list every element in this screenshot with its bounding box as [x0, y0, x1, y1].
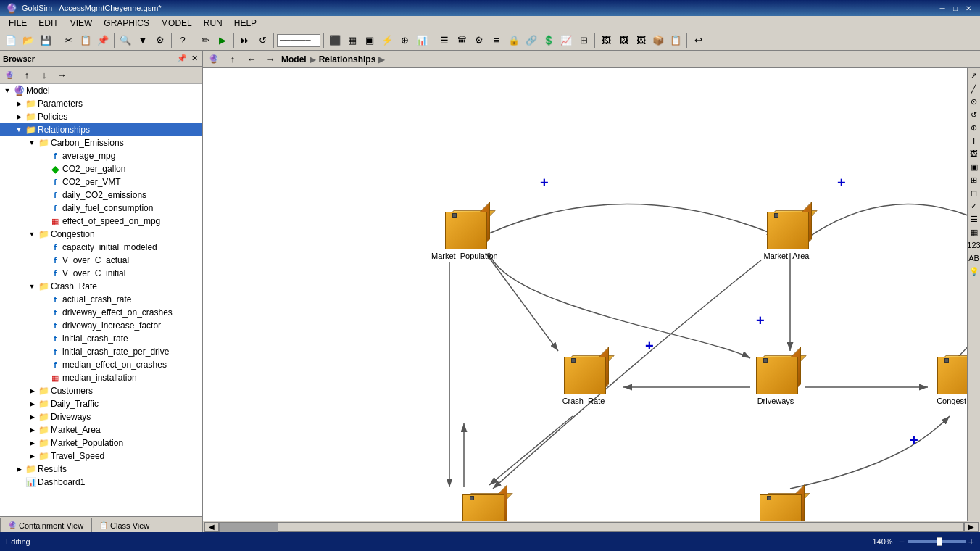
menu-run[interactable]: RUN	[198, 17, 228, 30]
tree-item-daily-co2[interactable]: ▶ f daily_CO2_emissions	[0, 188, 202, 202]
tree-item-drv-increase[interactable]: ▶ f driveway_increase_factor	[0, 319, 202, 332]
tb-icon21[interactable]: ↩	[690, 33, 706, 49]
tree-expand-carbon[interactable]: ▼	[26, 137, 38, 149]
close-button[interactable]: ✕	[963, 3, 974, 13]
tree-item-effect-speed[interactable]: ▶ ▦ effect_of_speed_on_mpg	[0, 215, 202, 228]
tree-item-market-area[interactable]: ▶ 📁 Market_Area	[0, 423, 202, 436]
tb-icon10[interactable]: ≡	[489, 33, 504, 49]
browser-tb4[interactable]: →	[54, 67, 70, 83]
tree-item-dashboard1[interactable]: ▶ 📊 Dashboard1	[0, 476, 202, 489]
tree-expand-model[interactable]: ▼	[1, 85, 13, 96]
settings-button[interactable]: ⚙	[152, 33, 168, 49]
tree-expand-driveways[interactable]: ▶	[26, 411, 38, 423]
breadcrumb-fwd[interactable]: →	[262, 51, 278, 67]
tree-item-co2-gallon[interactable]: ▶ ◆ CO2_per_gallon	[0, 162, 202, 175]
tree-item-avg-mpg[interactable]: ▶ f average_mpg	[0, 149, 202, 162]
breadcrumb-model[interactable]: Model	[281, 54, 307, 65]
tree-item-median-install[interactable]: ▶ ▦ median_installation	[0, 371, 202, 384]
browser-tb1[interactable]: 🔮	[1, 67, 17, 83]
rt-btn-3[interactable]: ⊙	[968, 96, 980, 107]
rt-btn-10[interactable]: ◻	[968, 187, 980, 199]
rt-btn-14[interactable]: 123	[968, 239, 980, 251]
tb-icon20[interactable]: 📋	[668, 33, 684, 49]
rt-btn-4[interactable]: ↺	[968, 109, 980, 120]
node-driveways[interactable]: Driveways	[750, 351, 801, 405]
rt-btn-11[interactable]: ✓	[968, 200, 980, 212]
breadcrumb-home[interactable]: 🔮	[206, 51, 222, 67]
tree-item-actual-crash[interactable]: ▶ f actual_crash_rate	[0, 293, 202, 306]
tree-expand-rels[interactable]: ▼	[13, 124, 25, 136]
canvas-area[interactable]: Market_Population Market_Area	[203, 68, 967, 521]
tree-item-customers-folder[interactable]: ▶ 📁 Customers	[0, 384, 202, 397]
tb-icon8[interactable]: 🏛	[454, 33, 470, 49]
tree-item-driveways-folder[interactable]: ▶ 📁 Driveways	[0, 410, 202, 423]
filter-button[interactable]: ▼	[135, 33, 151, 49]
browser-close[interactable]: ✕	[190, 54, 199, 63]
save-button[interactable]: 💾	[38, 33, 54, 49]
open-button[interactable]: 📂	[20, 33, 36, 49]
tb-icon18[interactable]: 🖼	[633, 33, 649, 49]
browser-tb2[interactable]: ↑	[19, 67, 35, 83]
tree-item-carbon[interactable]: ▼ 📁 Carbon_Emissions	[0, 136, 202, 149]
tree-item-co2-vmt[interactable]: ▶ f CO2_per_VMT	[0, 175, 202, 188]
node-crash-rate[interactable]: Crash_Rate	[558, 351, 609, 405]
rt-btn-16[interactable]: 💡	[968, 265, 980, 277]
cut-button[interactable]: ✂	[60, 33, 76, 49]
rt-btn-2[interactable]: ╱	[968, 83, 980, 94]
hscroll-right[interactable]: ▶	[964, 522, 979, 532]
tree-expand-crash[interactable]: ▼	[26, 281, 38, 292]
tree-item-median-effect[interactable]: ▶ f median_effect_on_crashes	[0, 358, 202, 371]
node-market-area[interactable]: Market_Area	[761, 206, 812, 260]
node-congestion[interactable]: Congestion	[931, 351, 967, 405]
tb-icon17[interactable]: 🖼	[615, 33, 631, 49]
run-button[interactable]: ▶	[215, 33, 231, 49]
tree-expand-daily-traffic[interactable]: ▶	[26, 398, 38, 410]
tb-icon14[interactable]: 📈	[558, 33, 574, 49]
node-daily-traffic[interactable]: Daily_Traffic	[754, 489, 805, 521]
zoom-out-button[interactable]: −	[899, 536, 905, 547]
minimize-button[interactable]: ─	[937, 3, 948, 13]
tree-expand-market-area[interactable]: ▶	[26, 424, 38, 436]
zoom-thumb[interactable]	[937, 537, 942, 546]
hscroll-thumb[interactable]	[220, 523, 278, 532]
find-button[interactable]: 🔍	[117, 33, 133, 49]
tree-item-model[interactable]: ▼ 🔮 Model	[0, 84, 202, 97]
tree-item-congestion[interactable]: ▼ 📁 Congestion	[0, 228, 202, 241]
reset-button[interactable]: ↺	[254, 33, 270, 49]
tree-item-crash-rate[interactable]: ▼ 📁 Crash_Rate	[0, 280, 202, 293]
breadcrumb-up[interactable]: ↑	[225, 51, 241, 67]
tree-item-daily-traffic[interactable]: ▶ 📁 Daily_Traffic	[0, 397, 202, 410]
rt-btn-7[interactable]: 🖼	[968, 148, 980, 160]
menu-view[interactable]: VIEW	[65, 17, 99, 30]
tree-item-cap-init[interactable]: ▶ f capacity_initial_modeled	[0, 241, 202, 254]
browser-pin[interactable]: 📌	[175, 54, 188, 63]
rt-btn-13[interactable]: ▦	[968, 226, 980, 238]
node-market-population[interactable]: Market_Population	[431, 206, 498, 260]
tb-icon13[interactable]: 💲	[541, 33, 557, 49]
menu-model[interactable]: MODEL	[155, 17, 198, 30]
tree-item-market-pop[interactable]: ▶ 📁 Market_Population	[0, 436, 202, 450]
menu-graphics[interactable]: GRAPHICS	[98, 17, 155, 30]
tb-icon19[interactable]: 📦	[650, 33, 666, 49]
breadcrumb-back[interactable]: ←	[244, 51, 259, 67]
tree-item-voc-actual[interactable]: ▶ f V_over_C_actual	[0, 254, 202, 267]
browser-tb3[interactable]: ↓	[36, 67, 52, 83]
help-button[interactable]: ?	[175, 33, 191, 49]
tb-icon7[interactable]: ☰	[436, 33, 452, 49]
tree-item-init-crash-per[interactable]: ▶ f initial_crash_rate_per_drive	[0, 345, 202, 358]
new-button[interactable]: 📄	[3, 33, 19, 49]
tree-item-voc-initial[interactable]: ▶ f V_over_C_initial	[0, 267, 202, 280]
tb-icon3[interactable]: ▣	[362, 33, 378, 49]
step-button[interactable]: ⏭	[237, 33, 253, 49]
menu-edit[interactable]: EDIT	[33, 17, 64, 30]
tree-item-results[interactable]: ▶ 📁 Results	[0, 463, 202, 476]
class-view-tab[interactable]: 📋 Class View	[91, 518, 157, 532]
copy-button[interactable]: 📋	[78, 33, 94, 49]
menu-help[interactable]: HELP	[228, 17, 262, 30]
rt-btn-1[interactable]: ↗	[968, 70, 980, 81]
rt-btn-15[interactable]: AB	[968, 252, 980, 264]
containment-view-tab[interactable]: 🔮 Containment View	[0, 518, 91, 532]
tree-item-policies[interactable]: ▶ 📁 Policies	[0, 110, 202, 123]
rt-btn-8[interactable]: ▣	[968, 161, 980, 173]
tb-icon12[interactable]: 🔗	[523, 33, 539, 49]
